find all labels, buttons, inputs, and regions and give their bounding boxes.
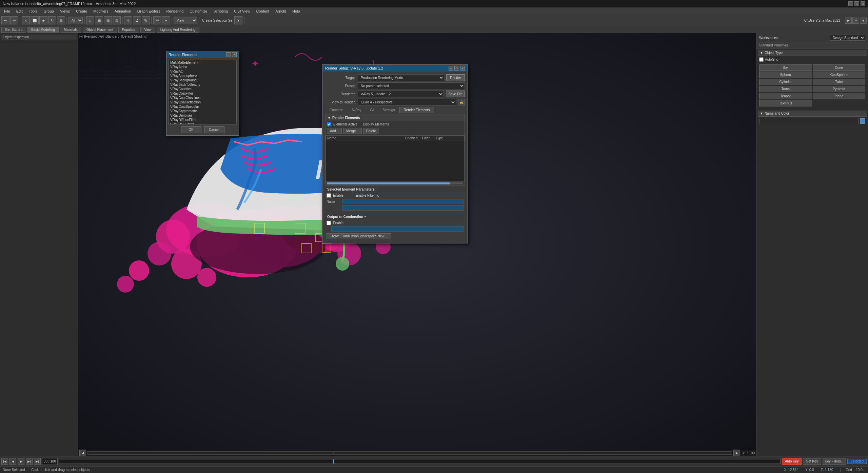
redo-btn[interactable]: ↪: [10, 16, 18, 24]
key-filters-btn[interactable]: Key Filters...: [823, 458, 846, 465]
auto-key-btn[interactable]: Auto Key: [782, 458, 802, 465]
cylinder-btn[interactable]: Cylinder: [759, 79, 812, 85]
list-item[interactable]: VRayAtmosphere: [169, 74, 236, 78]
view-mode-btn[interactable]: □: [86, 16, 94, 24]
close-dialog-btn[interactable]: ✕: [232, 52, 237, 57]
maximize-btn[interactable]: □: [854, 1, 859, 6]
tab-gi[interactable]: GI: [366, 107, 378, 113]
render-btn[interactable]: Render: [446, 74, 465, 81]
align-btn[interactable]: ≡: [162, 16, 170, 24]
box-btn[interactable]: Box: [759, 64, 812, 71]
filter-dropdown[interactable]: All: [68, 17, 83, 24]
rs-close-btn[interactable]: ✕: [460, 66, 465, 71]
geosphere-btn[interactable]: GeoSphere: [813, 72, 866, 78]
list-item[interactable]: VRayCoatFilter: [169, 91, 236, 96]
name-color-title[interactable]: ▼ Name and Color: [758, 111, 867, 117]
object-name-input[interactable]: [759, 118, 859, 124]
view-to-render-dropdown[interactable]: Quad 4 - Perspective: [358, 99, 456, 105]
set-key-btn[interactable]: Set Key: [803, 458, 821, 465]
target-dropdown[interactable]: Production Rendering Mode: [358, 74, 444, 81]
menu-civil-view[interactable]: Civil View: [231, 8, 253, 14]
menu-modifiers[interactable]: Modifiers: [91, 8, 111, 14]
menu-create[interactable]: Create: [73, 8, 90, 14]
tab-view[interactable]: View: [140, 27, 155, 33]
list-item[interactable]: VRayAlpha: [169, 65, 236, 69]
menu-help[interactable]: Help: [290, 8, 303, 14]
menu-tools[interactable]: Tools: [26, 8, 40, 14]
cancel-btn[interactable]: Cancel: [204, 126, 224, 133]
renderer-dropdown[interactable]: V-Ray 5, update 1.2: [358, 91, 444, 97]
percent-snap-btn[interactable]: %: [142, 16, 150, 24]
timeline-start-btn[interactable]: |◀: [1, 458, 8, 465]
menu-customize[interactable]: Customize: [187, 8, 210, 14]
timeline-play-btn[interactable]: ▶: [18, 458, 24, 465]
menu-animation[interactable]: Animation: [112, 8, 134, 14]
sep-dots-input[interactable]: [342, 205, 463, 211]
merge-btn[interactable]: Merge...: [343, 128, 362, 134]
tab-get-started[interactable]: Get Started: [1, 27, 26, 33]
list-item[interactable]: VRayBackground: [169, 78, 236, 82]
create-combustion-btn[interactable]: Create Combustion Workspace New ...: [327, 233, 391, 239]
timeline-end-btn[interactable]: ▶|: [34, 458, 41, 465]
menu-file[interactable]: File: [1, 8, 13, 14]
close-btn[interactable]: ✕: [861, 1, 865, 6]
object-type-title[interactable]: ▼ Object Type: [758, 50, 867, 56]
list-item[interactable]: VRayCaustics: [169, 87, 236, 91]
prev-frame-btn[interactable]: ◀: [79, 450, 86, 456]
list-item[interactable]: MultiMatteElement: [169, 60, 236, 65]
timeline-next-btn[interactable]: ▶|: [26, 458, 33, 465]
mirror-btn[interactable]: ⇔: [153, 16, 161, 24]
select-region-btn[interactable]: ⬜: [31, 16, 39, 24]
autogrid-checkbox[interactable]: [759, 57, 764, 62]
tab-render-elements[interactable]: Render Elements: [399, 107, 434, 113]
otc-enable-checkbox[interactable]: [327, 221, 331, 225]
cone-btn[interactable]: Cone: [813, 64, 866, 71]
color-swatch[interactable]: [860, 118, 865, 124]
menu-scripting[interactable]: Scripting: [211, 8, 231, 14]
rs-minimize-btn[interactable]: —: [449, 66, 453, 71]
sep-name-input[interactable]: [342, 199, 463, 204]
tab-object-placement[interactable]: Object Placement: [83, 27, 117, 33]
pyramid-btn[interactable]: Pyramid: [813, 86, 866, 92]
delete-btn[interactable]: Delete: [363, 128, 379, 134]
rotate-btn[interactable]: ↻: [48, 16, 56, 24]
ok-btn[interactable]: OK: [181, 126, 201, 133]
list-item[interactable]: VRayDRBucket: [169, 122, 236, 124]
list-item[interactable]: VRayBackToBeauty: [169, 82, 236, 87]
help-btn[interactable]: ?: [226, 52, 231, 57]
tab-common[interactable]: Common: [325, 107, 348, 113]
tab-lighting[interactable]: Lighting And Rendering: [157, 27, 199, 33]
menu-graph-editors[interactable]: Graph Editors: [135, 8, 163, 14]
workspace-dropdown[interactable]: Design Standard: [830, 35, 865, 41]
tube-btn[interactable]: Tube: [813, 79, 866, 85]
material-editor-btn[interactable]: ◈: [860, 17, 867, 24]
render-elements-list[interactable]: MultiMatteElementVRayAlphaVRayAOVRayAtmo…: [169, 60, 237, 124]
tab-materials[interactable]: Materials: [60, 27, 81, 33]
teapot-btn[interactable]: Teapot: [759, 93, 812, 99]
timeline-prev-btn[interactable]: ◀: [9, 458, 16, 465]
tab-settings[interactable]: Settings: [378, 107, 399, 113]
list-item[interactable]: VRayDiffuseFilter: [169, 118, 236, 122]
list-item[interactable]: VRayDenoiser: [169, 113, 236, 118]
re-table-body[interactable]: [326, 141, 465, 182]
create-sel-btn[interactable]: ▼: [234, 16, 242, 24]
sep-enable-checkbox[interactable]: [327, 193, 331, 198]
menu-content[interactable]: Content: [254, 8, 272, 14]
scale-btn[interactable]: ⊞: [57, 16, 65, 24]
3d-snap-btn[interactable]: ⊹: [124, 16, 132, 24]
elements-active-checkbox[interactable]: [327, 122, 331, 126]
select-btn[interactable]: ↖: [22, 16, 30, 24]
undo-btn[interactable]: ↩: [1, 16, 9, 24]
list-item[interactable]: VRayCoatSpecular: [169, 104, 236, 109]
plane-btn[interactable]: Plane: [813, 93, 866, 99]
add-btn[interactable]: Add...: [327, 128, 342, 134]
list-item[interactable]: VRayCoatReflection: [169, 100, 236, 104]
list-item[interactable]: VRayCoatGlossiness: [169, 96, 236, 100]
textplus-btn[interactable]: TextPlus: [759, 100, 812, 106]
tab-populate[interactable]: Populate: [118, 27, 139, 33]
menu-views[interactable]: Views: [57, 8, 73, 14]
tab-basic-modelling[interactable]: Basic Modelling: [27, 27, 59, 33]
preset-dropdown[interactable]: No preset selected: [358, 82, 465, 89]
timeline-track[interactable]: [87, 451, 732, 455]
next-frame-btn[interactable]: ▶: [733, 450, 740, 456]
